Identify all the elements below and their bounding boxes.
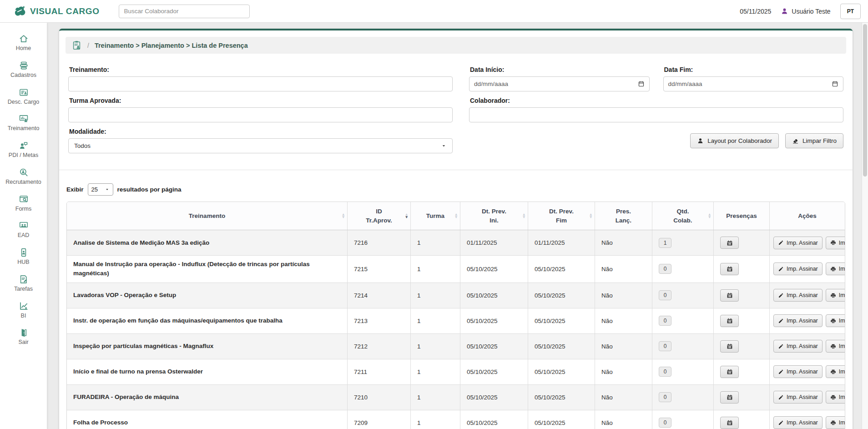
dt-prev-ini-cell: 05/10/2025 bbox=[460, 384, 528, 410]
id-tr-aprov-cell: 7214 bbox=[348, 283, 411, 308]
imprimir-button[interactable]: Imprimir bbox=[826, 416, 845, 429]
sidebar-item-bi[interactable]: BI bbox=[0, 297, 47, 323]
imp-assinar-button[interactable]: Imp. Assinar bbox=[773, 314, 823, 327]
sidebar-item-label: Forms bbox=[1, 206, 46, 212]
pres-lanc-cell: Não bbox=[595, 359, 652, 384]
imprimir-button[interactable]: Imprimir bbox=[826, 289, 845, 302]
imprimir-button[interactable]: Imprimir bbox=[826, 314, 845, 327]
dt-prev-ini-cell: 05/10/2025 bbox=[460, 308, 528, 333]
breadcrumb-separator: / bbox=[87, 42, 89, 49]
sidebar-item-forms[interactable]: Forms bbox=[0, 190, 47, 217]
limpar-filtro-button[interactable]: Limpar Filtro bbox=[785, 133, 843, 148]
treinamento-cell: Manual de Instrução para operação - Indu… bbox=[67, 256, 348, 283]
table-row: Lavadoras VOP - Operação e Setup7214105/… bbox=[67, 283, 845, 308]
column-header-acoes: Ações bbox=[770, 202, 845, 230]
data-inicio-placeholder: dd/mm/aaaa bbox=[474, 81, 508, 87]
table-header-row: Treinamento▲▼ID Tr.Aprov.▲▼Turma▲▼Dt. Pr… bbox=[67, 202, 845, 230]
recrutamento-icon bbox=[1, 167, 46, 177]
imp-assinar-button[interactable]: Imp. Assinar bbox=[773, 262, 823, 275]
acoes-cell: Imp. AssinarImprimirLançarArquivos (0) bbox=[770, 359, 845, 384]
imp-assinar-button[interactable]: Imp. Assinar bbox=[773, 340, 823, 353]
imp-assinar-button[interactable]: Imp. Assinar bbox=[773, 391, 823, 404]
imprimir-button[interactable]: Imprimir bbox=[826, 237, 845, 249]
presencas-calendar-button[interactable] bbox=[720, 263, 739, 275]
page-size-select[interactable]: 25 bbox=[88, 183, 113, 196]
turma-cell: 1 bbox=[411, 256, 460, 283]
presencas-cell bbox=[714, 283, 770, 308]
person-icon bbox=[697, 137, 704, 144]
presencas-calendar-button[interactable] bbox=[720, 391, 739, 404]
presencas-cell bbox=[714, 359, 770, 384]
qtd-colab-badge: 0 bbox=[659, 341, 671, 351]
calendar-icon[interactable] bbox=[832, 81, 838, 87]
search-input[interactable] bbox=[119, 5, 250, 18]
pencil-icon bbox=[778, 293, 784, 298]
sidebar-item-ead[interactable]: EAD bbox=[0, 216, 47, 243]
column-header-treinamento[interactable]: Treinamento▲▼ bbox=[67, 202, 348, 230]
treinamento-cell: Analise de Sistema de Medição MAS 3a edi… bbox=[67, 230, 348, 256]
imp-assinar-button[interactable]: Imp. Assinar bbox=[773, 289, 823, 302]
presencas-calendar-button[interactable] bbox=[720, 315, 739, 327]
treinamento-input[interactable] bbox=[68, 76, 453, 91]
imprimir-button[interactable]: Imprimir bbox=[826, 365, 845, 378]
tarefas-icon bbox=[1, 274, 46, 284]
presencas-calendar-button[interactable] bbox=[720, 366, 739, 378]
column-header-turma[interactable]: Turma▲▼ bbox=[411, 202, 460, 230]
language-button[interactable]: PT bbox=[840, 4, 861, 19]
imp-assinar-button[interactable]: Imp. Assinar bbox=[773, 416, 823, 429]
presencas-calendar-button[interactable] bbox=[720, 237, 739, 249]
sidebar-item-label: HUB bbox=[1, 259, 46, 266]
sidebar-item-label: PDI / Metas bbox=[1, 152, 46, 159]
qtd-colab-cell: 0 bbox=[652, 256, 714, 283]
sidebar-item-sair[interactable]: Sair bbox=[0, 323, 47, 350]
qtd-colab-cell: 0 bbox=[652, 410, 714, 429]
imprimir-button[interactable]: Imprimir bbox=[826, 262, 845, 275]
colaborador-input[interactable] bbox=[469, 107, 843, 122]
qtd-colab-badge: 0 bbox=[659, 418, 671, 428]
id-tr-aprov-cell: 7216 bbox=[348, 230, 411, 256]
calendar-icon bbox=[727, 419, 733, 426]
column-header-dt-prev-fim[interactable]: Dt. Prev. Fim▲▼ bbox=[528, 202, 595, 230]
presencas-calendar-button[interactable] bbox=[720, 340, 739, 353]
sidebar-item-recrutamento[interactable]: Recrutamento bbox=[0, 163, 47, 190]
pres-lanc-cell: Não bbox=[595, 333, 652, 359]
modalidade-select[interactable]: Todos bbox=[68, 138, 453, 153]
acoes-cell: Imp. AssinarImprimirLançarArquivos (0) bbox=[770, 308, 845, 333]
turma-aprovada-input[interactable] bbox=[68, 107, 453, 122]
turma-cell: 1 bbox=[411, 384, 460, 410]
imp-assinar-button[interactable]: Imp. Assinar bbox=[773, 237, 823, 249]
data-inicio-input[interactable]: dd/mm/aaaa bbox=[469, 76, 650, 91]
table-row: FURADEIRA - Operação de máquina7210105/1… bbox=[67, 384, 845, 410]
sidebar-item-home[interactable]: Home bbox=[0, 29, 47, 56]
column-header-qtd-colab[interactable]: Qtd. Colab.▲▼ bbox=[652, 202, 714, 230]
imprimir-button[interactable]: Imprimir bbox=[826, 340, 845, 353]
results-table: Treinamento▲▼ID Tr.Aprov.▲▼Turma▲▼Dt. Pr… bbox=[67, 202, 845, 429]
imp-assinar-button[interactable]: Imp. Assinar bbox=[773, 365, 823, 378]
table-row: Manual de Instrução para operação - Indu… bbox=[67, 256, 845, 283]
sidebar-item-pdi-metas[interactable]: PDI / Metas bbox=[0, 136, 47, 163]
column-header-dt-prev-ini[interactable]: Dt. Prev. Ini.▲▼ bbox=[460, 202, 528, 230]
user-menu[interactable]: Usuário Teste bbox=[781, 7, 830, 15]
sidebar-item-treinamento[interactable]: Treinamento bbox=[0, 109, 47, 136]
sidebar-item-hub[interactable]: HUB bbox=[0, 243, 47, 270]
qtd-colab-badge: 0 bbox=[659, 264, 671, 274]
sort-arrows-icon: ▲▼ bbox=[405, 213, 409, 219]
home-icon bbox=[1, 34, 46, 44]
sidebar-item-tarefas[interactable]: Tarefas bbox=[0, 270, 47, 297]
column-header-id-tr-aprov[interactable]: ID Tr.Aprov.▲▼ bbox=[348, 202, 411, 230]
sidebar-item-cadastros[interactable]: Cadastros bbox=[0, 56, 47, 83]
vertical-scrollbar[interactable] bbox=[862, 23, 868, 429]
presencas-calendar-button[interactable] bbox=[720, 417, 739, 429]
imprimir-button[interactable]: Imprimir bbox=[826, 391, 845, 404]
calendar-icon[interactable] bbox=[638, 81, 645, 87]
sidebar-item-desc-cargo[interactable]: Desc. Cargo bbox=[0, 83, 47, 110]
sidebar-item-label: Desc. Cargo bbox=[1, 99, 46, 106]
chevron-down-icon bbox=[105, 187, 110, 192]
scrollbar-thumb[interactable] bbox=[863, 24, 867, 177]
app-logo[interactable]: VISUAL CARGO bbox=[13, 5, 100, 17]
presencas-calendar-button[interactable] bbox=[720, 289, 739, 302]
layout-por-colaborador-button[interactable]: Layout por Colaborador bbox=[690, 133, 779, 148]
data-fim-input[interactable]: dd/mm/aaaa bbox=[663, 76, 844, 91]
qtd-colab-cell: 0 bbox=[652, 283, 714, 308]
turma-cell: 1 bbox=[411, 410, 460, 429]
